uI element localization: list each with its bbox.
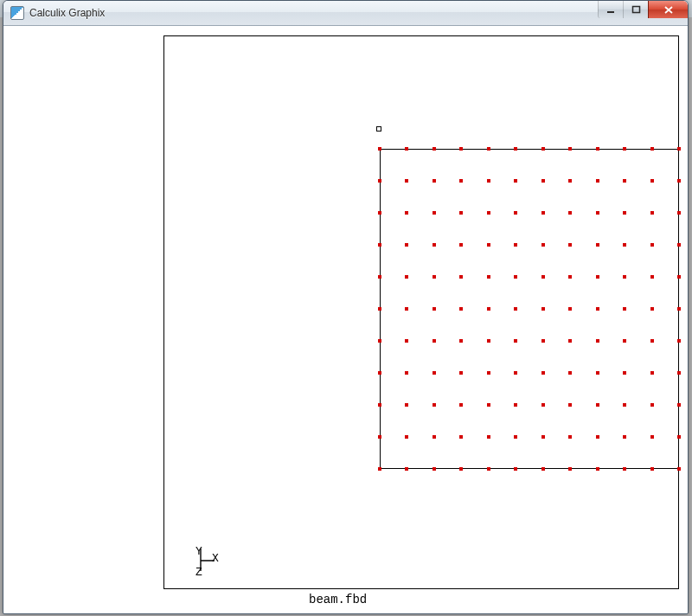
mesh-node bbox=[541, 339, 545, 343]
svg-rect-1 bbox=[632, 6, 639, 12]
mesh-node bbox=[405, 371, 408, 375]
mesh-node bbox=[677, 147, 681, 151]
client-area: Y X Z beam.fbd bbox=[10, 27, 683, 609]
mesh-node bbox=[459, 243, 463, 247]
viewport[interactable]: Y X Z bbox=[163, 35, 679, 589]
mesh-node bbox=[677, 467, 681, 471]
mesh-node bbox=[568, 371, 572, 375]
mesh-node bbox=[596, 211, 599, 215]
mesh-node bbox=[541, 467, 545, 471]
mesh-node bbox=[623, 435, 626, 439]
mesh-node bbox=[541, 307, 545, 311]
mesh-node bbox=[596, 467, 599, 471]
axis-label-z: Z bbox=[195, 567, 202, 578]
mesh-node bbox=[432, 307, 436, 311]
mesh-node bbox=[432, 243, 436, 247]
mesh-node bbox=[459, 403, 463, 407]
mesh-node bbox=[378, 243, 381, 247]
mesh-node bbox=[541, 147, 545, 151]
window-controls bbox=[598, 1, 688, 18]
svg-rect-0 bbox=[607, 11, 614, 13]
window-title: Calculix Graphix bbox=[29, 7, 688, 19]
mesh-node bbox=[650, 403, 654, 407]
mesh-node bbox=[623, 243, 626, 247]
mesh-node bbox=[568, 339, 572, 343]
mesh-node bbox=[650, 179, 654, 183]
mesh-node bbox=[487, 339, 490, 343]
mesh-node bbox=[568, 435, 572, 439]
mesh-node bbox=[487, 211, 490, 215]
mesh-node bbox=[405, 243, 408, 247]
mesh-node bbox=[650, 467, 654, 471]
mesh-node bbox=[405, 147, 408, 151]
mesh-node bbox=[514, 435, 517, 439]
app-window: Calculix Graphix bbox=[3, 0, 689, 614]
mesh-node bbox=[405, 435, 408, 439]
mesh-node bbox=[623, 147, 626, 151]
mesh-node bbox=[541, 371, 545, 375]
isolated-node[interactable] bbox=[376, 126, 381, 132]
mesh-node bbox=[596, 435, 599, 439]
mesh-node bbox=[432, 147, 436, 151]
mesh-node bbox=[459, 435, 463, 439]
mesh-node bbox=[432, 435, 436, 439]
mesh-node bbox=[459, 179, 463, 183]
mesh-node bbox=[378, 307, 381, 311]
mesh-node bbox=[514, 339, 517, 343]
mesh-node bbox=[487, 275, 490, 279]
mesh-node bbox=[596, 147, 599, 151]
mesh-node bbox=[459, 211, 463, 215]
mesh-node bbox=[514, 211, 517, 215]
mesh-node bbox=[541, 243, 545, 247]
mesh-node bbox=[568, 179, 572, 183]
mesh-node bbox=[487, 243, 490, 247]
mesh-node bbox=[541, 211, 545, 215]
mesh-node bbox=[405, 275, 408, 279]
mesh-node bbox=[596, 243, 599, 247]
mesh-node bbox=[596, 371, 599, 375]
mesh-node bbox=[541, 275, 545, 279]
mesh-node bbox=[432, 467, 436, 471]
mesh-node bbox=[487, 467, 490, 471]
maximize-icon bbox=[631, 5, 641, 15]
mesh-node bbox=[568, 275, 572, 279]
close-icon bbox=[663, 5, 674, 15]
maximize-button[interactable] bbox=[623, 1, 648, 18]
mesh-node bbox=[541, 179, 545, 183]
mesh-node bbox=[568, 243, 572, 247]
mesh-node bbox=[677, 179, 681, 183]
mesh-node bbox=[568, 147, 572, 151]
mesh-node bbox=[677, 371, 681, 375]
mesh-node bbox=[596, 275, 599, 279]
axis-label-x: X bbox=[212, 553, 219, 564]
mesh-node bbox=[459, 307, 463, 311]
minimize-icon bbox=[606, 5, 616, 15]
mesh-node bbox=[459, 147, 463, 151]
mesh-node bbox=[650, 243, 654, 247]
mesh-node bbox=[405, 179, 408, 183]
mesh-node bbox=[432, 403, 436, 407]
mesh-node bbox=[459, 275, 463, 279]
mesh-node bbox=[650, 275, 654, 279]
mesh-node bbox=[405, 467, 408, 471]
mesh-node bbox=[378, 467, 381, 471]
close-button[interactable] bbox=[648, 1, 688, 18]
mesh-node bbox=[596, 339, 599, 343]
mesh-node bbox=[568, 403, 572, 407]
mesh-node bbox=[623, 371, 626, 375]
mesh-node bbox=[650, 307, 654, 311]
titlebar[interactable]: Calculix Graphix bbox=[3, 1, 688, 26]
mesh-node bbox=[623, 339, 626, 343]
mesh-node bbox=[487, 435, 490, 439]
mesh-node bbox=[650, 435, 654, 439]
mesh-node bbox=[677, 211, 681, 215]
mesh-node bbox=[677, 403, 681, 407]
mesh-node bbox=[405, 307, 408, 311]
mesh-node bbox=[623, 275, 626, 279]
mesh-node bbox=[432, 179, 436, 183]
mesh-node bbox=[568, 467, 572, 471]
mesh-node bbox=[650, 371, 654, 375]
minimize-button[interactable] bbox=[598, 1, 623, 18]
mesh-node bbox=[432, 339, 436, 343]
mesh-node bbox=[596, 307, 599, 311]
